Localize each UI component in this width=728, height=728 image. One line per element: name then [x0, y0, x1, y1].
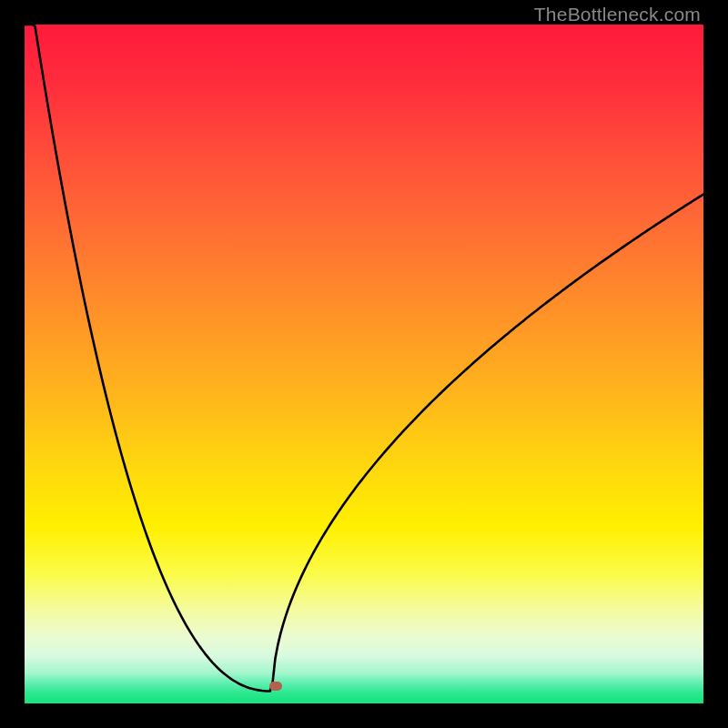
- min-marker: [269, 682, 282, 691]
- chart-frame: TheBottleneck.com: [0, 0, 728, 728]
- watermark: TheBottleneck.com: [534, 4, 701, 25]
- plot-area: [25, 25, 703, 703]
- chart-curve: [25, 25, 703, 703]
